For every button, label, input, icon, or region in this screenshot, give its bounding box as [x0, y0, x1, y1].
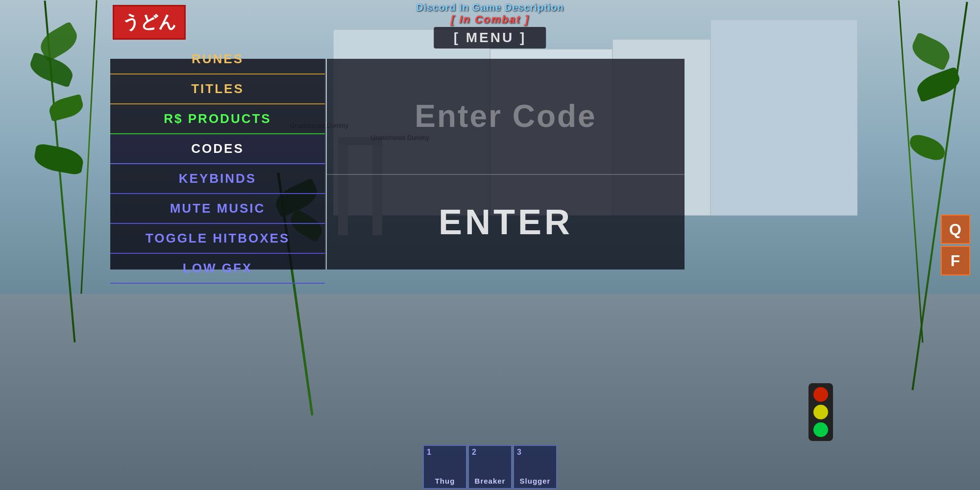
menu-panel: RUNES TITLES R$ PRODUCTS CODES KEYBINDS …: [110, 59, 326, 270]
hotbar-slot-3[interactable]: 3 Slugger: [513, 445, 557, 489]
key-q-badge: Q: [941, 215, 970, 244]
code-input-area[interactable]: [327, 59, 685, 175]
in-combat-label: [ In Combat ]: [451, 13, 529, 26]
code-panel: ENTER: [327, 59, 685, 270]
hotbar-slot-2-label: Breaker: [475, 477, 506, 485]
panel-divider: [326, 59, 327, 270]
traffic-light: [808, 383, 833, 441]
menu-item-codes[interactable]: CODES: [110, 134, 325, 164]
enter-button[interactable]: ENTER: [327, 175, 685, 270]
menu-item-titles[interactable]: TITLES: [110, 74, 325, 104]
menu-item-rs-products[interactable]: R$ PRODUCTS: [110, 104, 325, 134]
menu-item-low-gfx[interactable]: LOW GFX: [110, 254, 325, 284]
code-input-field[interactable]: [345, 98, 667, 134]
hotbar-slot-2-number: 2: [472, 448, 476, 457]
hotbar-slot-2[interactable]: 2 Breaker: [468, 445, 512, 489]
menu-title: [ MENU ]: [454, 30, 527, 46]
hotbar: 1 Thug 2 Breaker 3 Slugger: [423, 445, 557, 490]
hotbar-slot-1[interactable]: 1 Thug: [423, 445, 467, 489]
hotbar-slot-3-label: Slugger: [520, 477, 551, 485]
menu-item-keybinds[interactable]: KEYBINDS: [110, 164, 325, 194]
key-f-badge: F: [941, 246, 970, 275]
hotbar-slot-3-number: 3: [517, 448, 521, 457]
menu-item-toggle-hitboxes[interactable]: TOGGLE HITBOXES: [110, 224, 325, 254]
japanese-sign: うどん: [113, 5, 186, 40]
hotbar-slot-1-number: 1: [427, 448, 431, 457]
traffic-light-red: [813, 387, 828, 402]
enter-button-label: ENTER: [439, 202, 573, 242]
traffic-light-green: [813, 422, 828, 437]
menu-item-runes[interactable]: RUNES: [110, 45, 325, 74]
discord-label: Discord In Game Description: [416, 2, 564, 13]
right-hud: Q F: [941, 215, 970, 275]
menu-item-mute-music[interactable]: MUTE MUSIC: [110, 194, 325, 224]
traffic-light-yellow: [813, 405, 828, 419]
menu-title-box: [ MENU ]: [434, 27, 546, 49]
hotbar-slot-1-label: Thug: [435, 477, 455, 485]
top-hud: Discord In Game Description [ In Combat …: [416, 0, 564, 49]
